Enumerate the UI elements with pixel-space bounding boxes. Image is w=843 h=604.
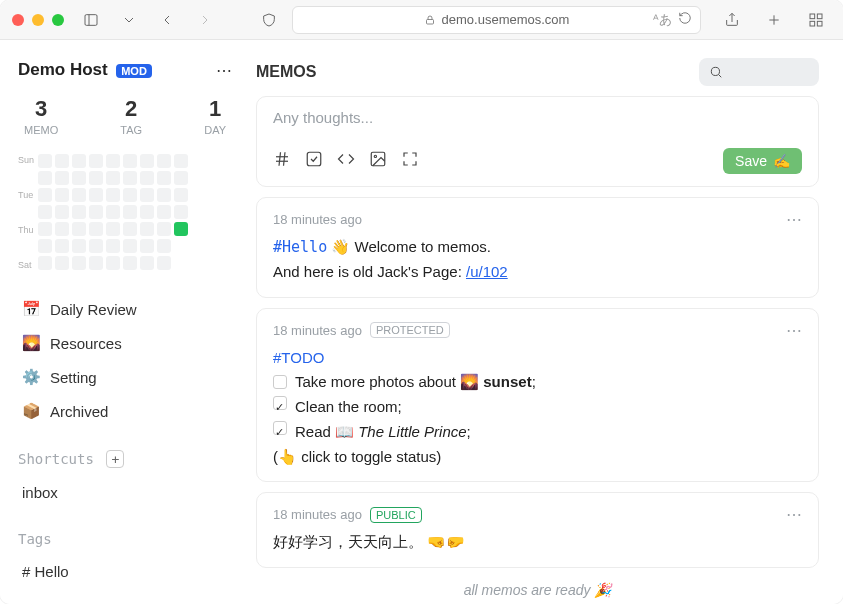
memo-more-button[interactable]: ⋯: [786, 321, 802, 340]
maximize-window-button[interactable]: [52, 14, 64, 26]
sidebar-more-button[interactable]: ⋯: [216, 61, 232, 80]
heatmap-cell[interactable]: [89, 222, 103, 236]
reload-icon[interactable]: [678, 11, 692, 25]
editor-textarea[interactable]: Any thoughts...: [273, 109, 802, 126]
search-input[interactable]: [699, 58, 819, 86]
add-shortcut-button[interactable]: +: [106, 450, 124, 468]
heatmap-cell[interactable]: [72, 154, 86, 168]
heatmap-cell[interactable]: [174, 222, 188, 236]
heatmap-cell[interactable]: [55, 239, 69, 253]
sidebar-item-resources[interactable]: 🌄 Resources: [18, 328, 232, 358]
memo-more-button[interactable]: ⋯: [786, 210, 802, 229]
heatmap-cell[interactable]: [106, 256, 120, 270]
heatmap-cell[interactable]: [174, 154, 188, 168]
heatmap-cell[interactable]: [55, 188, 69, 202]
heatmap-cell[interactable]: [55, 205, 69, 219]
task-checkbox[interactable]: [273, 396, 287, 410]
heatmap-cell[interactable]: [38, 171, 52, 185]
heatmap-cell[interactable]: [38, 239, 52, 253]
sidebar-item-archived[interactable]: 📦 Archived: [18, 396, 232, 426]
heatmap-cell[interactable]: [89, 188, 103, 202]
shortcut-inbox[interactable]: inbox: [18, 478, 232, 507]
heatmap-cell[interactable]: [38, 154, 52, 168]
heatmap-cell[interactable]: [106, 154, 120, 168]
heatmap-cell[interactable]: [157, 171, 171, 185]
heatmap-cell[interactable]: [55, 222, 69, 236]
heatmap-cell[interactable]: [89, 256, 103, 270]
heatmap-cell[interactable]: [72, 205, 86, 219]
forward-button[interactable]: [190, 6, 220, 34]
heatmap-cell[interactable]: [174, 205, 188, 219]
heatmap-cell[interactable]: [89, 239, 103, 253]
heatmap-cell[interactable]: [157, 154, 171, 168]
close-window-button[interactable]: [12, 14, 24, 26]
tab-overview-button[interactable]: [801, 6, 831, 34]
heatmap-cell[interactable]: [72, 256, 86, 270]
heatmap-cell[interactable]: [157, 205, 171, 219]
heatmap-cell[interactable]: [157, 188, 171, 202]
heatmap-cell[interactable]: [140, 256, 154, 270]
heatmap-cell[interactable]: [140, 171, 154, 185]
shield-icon[interactable]: [254, 6, 284, 34]
reader-icon[interactable]: ᴬあ: [653, 11, 672, 29]
save-button[interactable]: Save ✍️: [723, 148, 802, 174]
image-icon[interactable]: [369, 150, 387, 172]
heatmap-cell[interactable]: [72, 188, 86, 202]
heatmap-cell[interactable]: [140, 188, 154, 202]
heatmap-cell[interactable]: [106, 205, 120, 219]
fullscreen-icon[interactable]: [401, 150, 419, 172]
heatmap-cell[interactable]: [123, 188, 137, 202]
heatmap-cell[interactable]: [157, 239, 171, 253]
minimize-window-button[interactable]: [32, 14, 44, 26]
heatmap-cell[interactable]: [140, 222, 154, 236]
heatmap-cell[interactable]: [157, 222, 171, 236]
heatmap-cell[interactable]: [89, 154, 103, 168]
heatmap-cell[interactable]: [72, 222, 86, 236]
heatmap-cell[interactable]: [55, 171, 69, 185]
hash-icon[interactable]: [273, 150, 291, 172]
heatmap-cell[interactable]: [140, 154, 154, 168]
task-checkbox[interactable]: [273, 375, 287, 389]
heatmap-cell[interactable]: [38, 222, 52, 236]
heatmap-cell[interactable]: [55, 256, 69, 270]
heatmap-cell[interactable]: [89, 171, 103, 185]
sidebar-item-setting[interactable]: ⚙️ Setting: [18, 362, 232, 392]
heatmap-cell[interactable]: [106, 188, 120, 202]
sidebar-toggle-button[interactable]: [76, 6, 106, 34]
heatmap-cell[interactable]: [72, 171, 86, 185]
heatmap-cell[interactable]: [174, 188, 188, 202]
tag-link[interactable]: #Hello: [273, 238, 327, 256]
code-icon[interactable]: [337, 150, 355, 172]
heatmap-cell[interactable]: [38, 205, 52, 219]
heatmap-cell[interactable]: [38, 256, 52, 270]
tag-hello[interactable]: # Hello: [18, 557, 232, 586]
heatmap-cell[interactable]: [174, 171, 188, 185]
heatmap-cell[interactable]: [140, 239, 154, 253]
heatmap-cell[interactable]: [123, 154, 137, 168]
heatmap-cell[interactable]: [123, 256, 137, 270]
tag-todo[interactable]: # TODO: [18, 596, 232, 604]
heatmap-cell[interactable]: [89, 205, 103, 219]
heatmap-cell[interactable]: [157, 256, 171, 270]
share-button[interactable]: [717, 6, 747, 34]
new-tab-button[interactable]: [759, 6, 789, 34]
task-checkbox[interactable]: [273, 421, 287, 435]
heatmap-cell[interactable]: [123, 222, 137, 236]
memo-more-button[interactable]: ⋯: [786, 505, 802, 524]
back-button[interactable]: [152, 6, 182, 34]
heatmap-cell[interactable]: [140, 205, 154, 219]
heatmap-cell[interactable]: [123, 239, 137, 253]
heatmap-cell[interactable]: [106, 222, 120, 236]
heatmap-cell[interactable]: [38, 188, 52, 202]
heatmap-cell[interactable]: [106, 171, 120, 185]
heatmap-cell[interactable]: [123, 205, 137, 219]
address-bar[interactable]: demo.usememos.com ᴬあ: [292, 6, 701, 34]
sidebar-item-daily-review[interactable]: 📅 Daily Review: [18, 294, 232, 324]
heatmap-cell[interactable]: [106, 239, 120, 253]
heatmap-cell[interactable]: [72, 239, 86, 253]
heatmap-cell[interactable]: [123, 171, 137, 185]
heatmap-cell[interactable]: [55, 154, 69, 168]
checkbox-icon[interactable]: [305, 150, 323, 172]
tag-link[interactable]: #TODO: [273, 346, 802, 371]
user-link[interactable]: /u/102: [466, 263, 508, 280]
